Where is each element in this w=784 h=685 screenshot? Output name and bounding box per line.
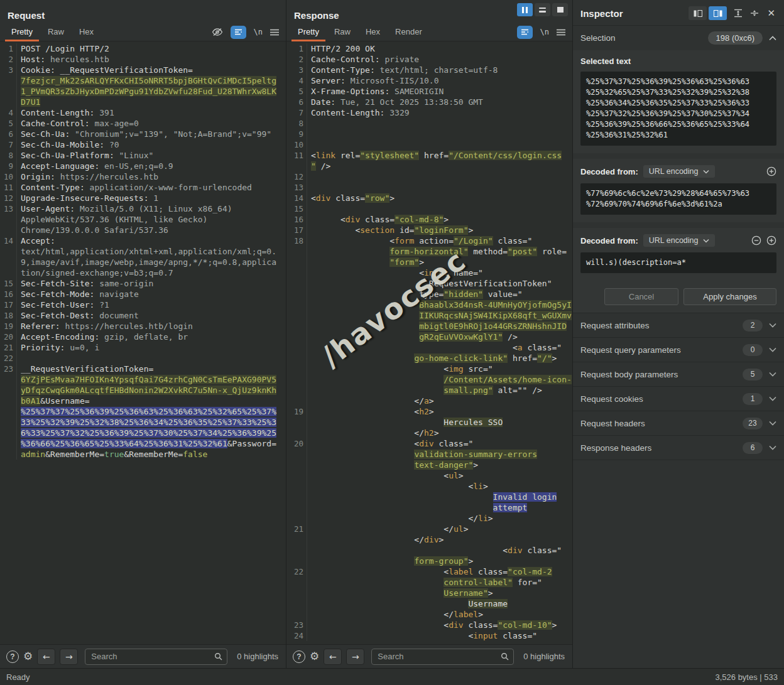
line-number: 12 — [286, 171, 307, 182]
dock-right-button[interactable] — [709, 6, 727, 20]
dock-left-button[interactable] — [689, 6, 707, 20]
apply-changes-button[interactable]: Apply changes — [683, 288, 776, 305]
prettify-icon[interactable] — [517, 26, 533, 39]
line-number — [286, 470, 307, 481]
selected-text-value[interactable]: %25%37%37%25%36%39%25%36%63%25%36%63 %25… — [580, 72, 776, 146]
code-line: 23__RequestVerificationToken= — [0, 364, 286, 374]
tab-pretty[interactable]: Pretty — [4, 24, 40, 41]
line-number: 12 — [0, 193, 17, 203]
add-decode-step-icon[interactable] — [766, 235, 776, 245]
code-line: AppleWebKit/537.36 (KHTML, like Gecko) — [0, 214, 286, 225]
code-line: 8Sec-Ch-Ua-Platform: "Linux" — [0, 150, 286, 161]
count-badge: 5 — [743, 369, 763, 380]
prev-match-button[interactable]: ← — [324, 649, 342, 665]
line-number: 3 — [0, 65, 17, 75]
editor-menu-icon[interactable] — [270, 29, 279, 36]
code-line: 19 <h2> — [286, 406, 572, 417]
settings-gear-icon[interactable]: ⚙ — [310, 651, 319, 662]
tab-raw[interactable]: Raw — [40, 24, 72, 41]
close-icon[interactable]: ✕ — [766, 8, 776, 19]
response-editor[interactable]: /havocsec 1HTTP/2 200 OK2Cache-Control: … — [286, 41, 572, 644]
accordion-response-headers[interactable]: Response headers6 — [573, 435, 784, 460]
line-number: 17 — [286, 225, 307, 235]
accordion-request-attributes[interactable]: Request attributes2 — [573, 313, 784, 337]
inspector-dock-toggle — [689, 6, 727, 20]
line-number: 15 — [0, 278, 17, 289]
selection-section-header[interactable]: Selection 198 (0xc6) — [573, 25, 784, 50]
line-number — [286, 267, 307, 278]
next-match-button[interactable]: → — [346, 649, 364, 665]
request-search-input[interactable] — [85, 652, 227, 661]
tab-hex[interactable]: Hex — [72, 24, 101, 41]
columns-layout-button[interactable] — [517, 3, 533, 16]
help-icon[interactable]: ? — [293, 650, 305, 663]
settings-gear-icon[interactable]: ⚙ — [23, 651, 33, 662]
code-line: validation-summary-errors — [286, 449, 572, 460]
accordion-request-body-parameters[interactable]: Request body parameters5 — [573, 362, 784, 386]
accordion-request-cookies[interactable]: Request cookies1 — [573, 386, 784, 411]
chevron-down-icon[interactable] — [769, 421, 776, 426]
code-line: mbigtl0E9hROj1o44GRsZRNHshnJID — [286, 321, 572, 332]
help-icon[interactable]: ? — [6, 650, 19, 663]
encoding-dropdown[interactable]: URL encoding — [643, 234, 715, 247]
chevron-down-icon[interactable] — [769, 372, 776, 377]
chevron-down-icon[interactable] — [769, 323, 776, 328]
line-number: 4 — [286, 75, 307, 86]
line-number — [286, 588, 307, 598]
single-layout-button[interactable] — [552, 3, 568, 16]
chevron-up-icon[interactable] — [769, 36, 776, 41]
encoding-dropdown[interactable]: URL encoding — [643, 165, 715, 178]
line-number: 8 — [286, 118, 307, 129]
code-line: 4Content-Length: 391 — [0, 107, 286, 118]
request-findbar: ? ⚙ ← → 0 highlights — [0, 644, 286, 668]
code-line: 21Priority: u=0, i — [0, 342, 286, 353]
count-badge: 0 — [743, 344, 763, 356]
tab-raw[interactable]: Raw — [327, 24, 358, 41]
prev-match-button[interactable]: ← — [37, 649, 55, 665]
collapse-all-icon[interactable] — [749, 9, 760, 18]
request-editor[interactable]: 1POST /Login HTTP/22Host: hercules.htb3C… — [0, 41, 286, 644]
code-line: 20Accept-Encoding: gzip, deflate, br — [0, 332, 286, 342]
chevron-down-icon[interactable] — [769, 396, 776, 401]
line-number: 16 — [286, 214, 307, 225]
code-line: 1_PVmQR3sZbJHyxDmPDzWPgu91YdbZVwfu28Fud_… — [0, 86, 286, 97]
decoded-header: Decoded from: URL encoding — [580, 234, 776, 247]
hide-eye-icon[interactable] — [212, 28, 223, 36]
cancel-button[interactable]: Cancel — [604, 288, 678, 305]
accordion-request-query-parameters[interactable]: Request query parameters0 — [573, 337, 784, 362]
next-match-button[interactable]: → — [60, 649, 78, 665]
code-line: yDfqzCwqGkm0ALcqtfEHBdNonin2W2XvkRC7u5Nn… — [0, 385, 286, 396]
add-decode-step-icon[interactable] — [766, 166, 776, 176]
show-newlines-icon[interactable]: \n — [254, 28, 263, 36]
code-line: 1HTTP/2 200 OK — [286, 43, 572, 54]
chevron-down-icon[interactable] — [769, 347, 776, 352]
response-search-input[interactable] — [372, 652, 513, 661]
line-number: 17 — [0, 299, 17, 310]
accordion-request-headers[interactable]: Request headers23 — [573, 411, 784, 435]
line-number — [286, 556, 307, 566]
code-line: </label> — [286, 609, 572, 620]
status-bar: Ready 3,526 bytes | 533 — [0, 668, 784, 685]
tab-render[interactable]: Render — [388, 24, 430, 41]
prettify-icon[interactable] — [231, 26, 246, 39]
expand-all-icon[interactable] — [733, 9, 743, 18]
line-number — [286, 481, 307, 492]
response-tabs: PrettyRawHexRender — [290, 24, 430, 41]
decoded-value-2[interactable]: will.s)(description=a* — [580, 252, 776, 273]
tab-hex[interactable]: Hex — [358, 24, 388, 41]
code-line: 18Sec-Fetch-Dest: document — [0, 310, 286, 321]
code-line: 7Content-Length: 3329 — [286, 107, 572, 118]
rows-layout-button[interactable] — [535, 3, 550, 16]
code-line: <div class=" — [286, 545, 572, 556]
show-newlines-icon[interactable]: \n — [540, 28, 549, 36]
editor-menu-icon[interactable] — [557, 29, 565, 36]
remove-decode-step-icon[interactable] — [751, 235, 761, 245]
code-line: Username — [286, 598, 572, 609]
decoded-value-1[interactable]: %77%69%6c%6c%2e%73%29%28%64%65%73%63 %72… — [580, 183, 776, 215]
code-line: 21 </ul> — [286, 524, 572, 534]
chevron-down-icon[interactable] — [769, 445, 776, 450]
line-number — [0, 417, 17, 428]
code-line: <img src=" — [286, 364, 572, 374]
tab-pretty[interactable]: Pretty — [290, 24, 327, 41]
line-number: 8 — [0, 150, 17, 161]
